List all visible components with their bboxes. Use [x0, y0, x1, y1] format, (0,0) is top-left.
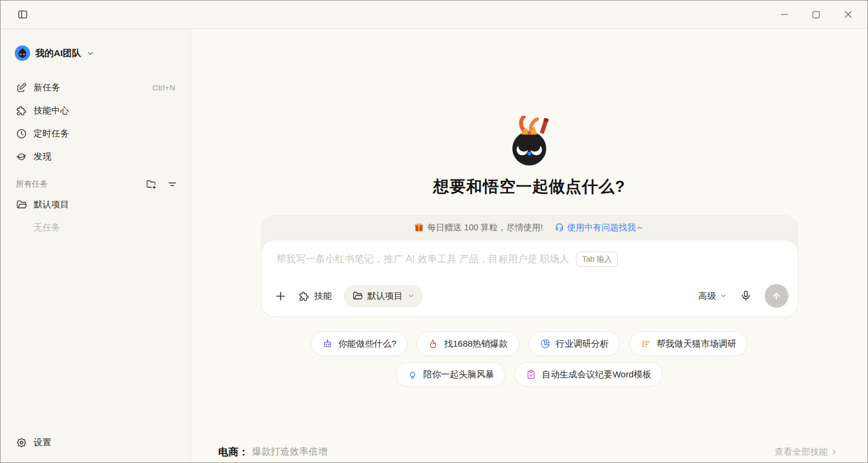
- advanced-mode-label: 高级: [699, 291, 716, 302]
- add-attachment-button[interactable]: [274, 290, 287, 302]
- help-link[interactable]: 使用中有问题找我～: [555, 222, 644, 233]
- project-item-label: 默认项目: [34, 199, 69, 210]
- suggestion-chip-label: 行业调研分析: [556, 338, 609, 350]
- sidebar-item-settings[interactable]: 设置: [14, 431, 179, 454]
- puzzle-icon: [299, 291, 310, 302]
- suggestion-chips-row-2: 陪你一起头脑风暴 自动生成会议纪要Word模板: [396, 362, 663, 387]
- wukong-mascot: [501, 116, 558, 168]
- sidebar-item-scheduled-tasks[interactable]: 定时任务: [14, 122, 179, 145]
- main-area: 想要和悟空一起做点什么? 每日赠送 100 算粒，尽情使用! 使用中有问题找我～: [191, 29, 867, 462]
- tab-hint-badge: Tab 输入: [576, 252, 618, 267]
- chevron-down-icon: [408, 292, 415, 299]
- window-controls: [775, 6, 857, 24]
- folder-open-icon: [16, 199, 27, 210]
- suggestion-chip[interactable]: 你能做些什么?: [311, 331, 407, 356]
- project-selector[interactable]: 默认项目: [344, 285, 423, 307]
- prompt-card[interactable]: 帮我写一条小红书笔记，推广 AI 效率工具 产品，目标用户是 职场人 Tab 输…: [261, 240, 798, 317]
- suggestion-chip[interactable]: 陪你一起头脑风暴: [396, 362, 505, 387]
- sidebar-item-label: 新任务: [34, 82, 60, 93]
- gear-icon: [16, 437, 27, 448]
- advanced-mode-selector[interactable]: 高级: [699, 291, 727, 302]
- app-window: 我的AI团队 新任务 Ctrl+N 技能中心: [0, 0, 868, 463]
- skills-button-label: 技能: [315, 291, 332, 302]
- suggestion-chip-label: 帮我做天猫市场调研: [657, 338, 736, 350]
- planet-icon: [16, 151, 27, 162]
- gift-icon: [414, 223, 424, 232]
- skill-category-desc: 爆款打造效率倍增: [252, 446, 327, 458]
- clipboard-check-icon: [526, 369, 536, 380]
- view-all-skills-label: 查看全部技能: [775, 446, 828, 458]
- help-link-text: 使用中有问题找我～: [567, 222, 644, 233]
- project-item-default[interactable]: 默认项目: [14, 193, 179, 216]
- pie-chart-icon: [540, 338, 551, 349]
- chevron-right-icon: [830, 448, 838, 456]
- promo-text: 每日赠送 100 算粒，尽情使用!: [427, 222, 543, 233]
- headset-icon: [555, 223, 564, 232]
- suggestion-chip-label: 陪你一起头脑风暴: [423, 369, 494, 380]
- skills-button[interactable]: 技能: [299, 291, 332, 302]
- robot-icon: [322, 338, 333, 349]
- edit-icon: [16, 82, 27, 93]
- composer-toolbar: 技能 默认项目: [261, 279, 798, 317]
- project-selector-label: 默认项目: [368, 291, 403, 302]
- all-tasks-header: 所有任务: [16, 178, 179, 191]
- sidebar-item-label: 定时任务: [34, 128, 69, 139]
- suggestion-chip-label: 找1688热销爆款: [444, 338, 507, 350]
- view-all-skills-link[interactable]: 查看全部技能: [775, 446, 838, 458]
- microphone-icon[interactable]: [740, 290, 752, 302]
- promo-banner: 每日赠送 100 算粒，尽情使用! 使用中有问题找我～: [261, 215, 798, 240]
- titlebar: [1, 1, 867, 29]
- suggestion-chip[interactable]: 找1688热销爆款: [417, 331, 519, 356]
- skill-category-label: 电商：: [218, 445, 248, 459]
- team-name: 我的AI团队: [35, 47, 81, 60]
- sidebar-item-new-task[interactable]: 新任务 Ctrl+N: [14, 76, 179, 99]
- sidebar-toggle-icon[interactable]: [14, 6, 31, 24]
- suggestion-chip-label: 你能做些什么?: [338, 338, 396, 350]
- team-avatar: [15, 45, 30, 61]
- sidebar: 我的AI团队 新任务 Ctrl+N 技能中心: [1, 29, 191, 462]
- flame-icon: [428, 338, 438, 349]
- page-title: 想要和悟空一起做点什么?: [433, 176, 625, 197]
- suggestion-chip[interactable]: 自动生成会议纪要Word模板: [515, 362, 663, 387]
- composer: 每日赠送 100 算粒，尽情使用! 使用中有问题找我～ 帮我写一条小红书笔记，推…: [261, 215, 798, 317]
- all-tasks-label: 所有任务: [16, 179, 48, 190]
- new-project-folder-icon[interactable]: [145, 178, 158, 191]
- chevron-down-icon: [720, 292, 727, 299]
- shortcut-hint: Ctrl+N: [152, 83, 175, 92]
- send-button[interactable]: [765, 284, 788, 308]
- folder-open-icon: [352, 291, 363, 301]
- skills-footer: 电商： 爆款打造效率倍增 查看全部技能: [191, 445, 867, 459]
- sidebar-item-label: 技能中心: [34, 105, 69, 116]
- clock-icon: [16, 128, 27, 139]
- close-icon[interactable]: [839, 6, 857, 24]
- minimize-icon[interactable]: [775, 6, 793, 24]
- sidebar-item-label: 发现: [34, 151, 51, 162]
- suggestion-chip[interactable]: 行业调研分析: [529, 331, 620, 356]
- no-tasks-label: 无任务: [14, 216, 179, 233]
- maximize-icon[interactable]: [807, 6, 825, 24]
- settings-label: 设置: [34, 437, 51, 448]
- bar-chart-icon: [641, 338, 651, 349]
- sidebar-item-discover[interactable]: 发现: [14, 145, 179, 168]
- filter-icon[interactable]: [166, 178, 179, 191]
- bulb-icon: [407, 369, 418, 380]
- suggestion-chip-label: 自动生成会议纪要Word模板: [542, 369, 651, 380]
- suggestion-chip[interactable]: 帮我做天猫市场调研: [630, 331, 748, 356]
- arrow-up-icon: [771, 291, 782, 302]
- chevron-down-icon: [87, 50, 94, 57]
- prompt-input[interactable]: 帮我写一条小红书笔记，推广 AI 效率工具 产品，目标用户是 职场人: [277, 253, 569, 266]
- puzzle-icon: [16, 105, 27, 116]
- team-switcher[interactable]: 我的AI团队: [15, 45, 179, 61]
- suggestion-chips-row-1: 你能做些什么? 找1688热销爆款 行业调研分析: [311, 331, 748, 356]
- sidebar-item-skill-center[interactable]: 技能中心: [14, 99, 179, 122]
